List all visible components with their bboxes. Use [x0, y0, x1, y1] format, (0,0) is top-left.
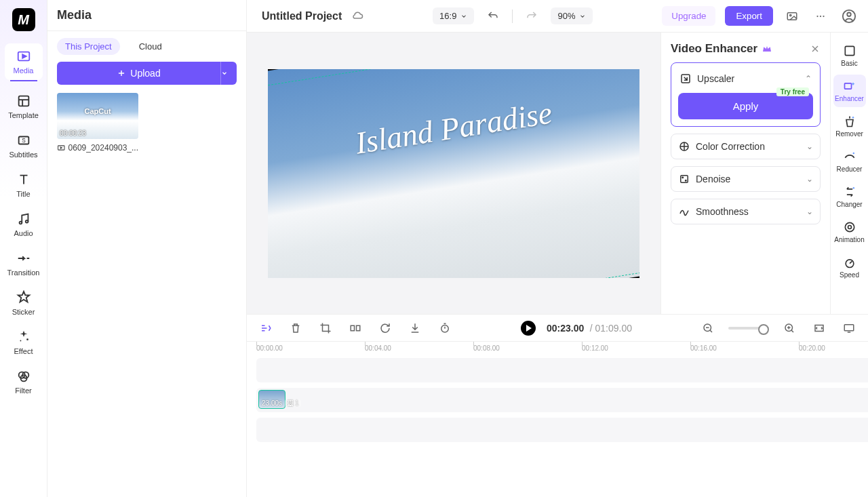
svg-rect-28 [845, 46, 854, 55]
zoom-slider[interactable] [728, 327, 769, 330]
svg-point-18 [816, 15, 818, 16]
apply-button[interactable]: Apply [678, 93, 813, 119]
nav-media[interactable]: Media [5, 43, 43, 80]
timer-icon [439, 322, 451, 334]
auto-select-button[interactable] [256, 319, 275, 338]
track-video[interactable]: ▶ 0609_20240903_210917.mp4 [256, 358, 868, 382]
smoothness-row[interactable]: Smoothness ⌄ [671, 199, 821, 224]
track-empty[interactable] [256, 418, 868, 442]
more-icon [814, 10, 827, 22]
denoise-row[interactable]: Denoise ⌄ [671, 166, 821, 192]
screenshot-button[interactable] [783, 7, 802, 26]
tab-cloud[interactable]: Cloud [131, 38, 170, 55]
tab-this-project[interactable]: This Project [57, 38, 120, 55]
svg-point-35 [846, 260, 854, 268]
play-button[interactable] [521, 321, 536, 336]
nav-effect-label: Effect [14, 347, 33, 355]
preview-stage[interactable]: Island Paradise [247, 33, 660, 314]
tool-basic[interactable]: Basic [833, 39, 866, 72]
fullscreen-button[interactable] [840, 319, 859, 338]
nav-template[interactable]: Template [5, 88, 43, 125]
plus-icon [117, 68, 126, 78]
selection-bounds[interactable] [268, 69, 639, 278]
image-clip-1[interactable]: 23.00s 🖼 1 [258, 390, 285, 409]
try-free-badge: Try free [776, 87, 809, 96]
split-icon [349, 322, 361, 334]
crop-icon [319, 322, 332, 334]
account-button[interactable] [840, 7, 859, 26]
nav-subtitles[interactable]: S Subtitles [5, 127, 43, 164]
right-tool-rail: Basic Enhancer Remover Reducer Changer A… [830, 33, 868, 314]
svg-point-31 [852, 153, 854, 155]
upload-button[interactable]: Upload [57, 62, 220, 85]
svg-point-30 [852, 117, 854, 119]
more-button[interactable] [811, 7, 830, 26]
canvas[interactable]: Island Paradise [268, 69, 639, 278]
zoom-out-button[interactable] [698, 319, 717, 338]
svg-rect-29 [844, 83, 851, 89]
color-icon [678, 140, 690, 153]
nav-title[interactable]: Title [5, 167, 43, 203]
upscaler-icon [679, 73, 692, 85]
smoothness-label: Smoothness [696, 206, 749, 217]
tool-animation[interactable]: Animation [833, 216, 866, 248]
upscaler-header[interactable]: Upscaler ⌃ [678, 70, 813, 87]
filter-icon [16, 369, 31, 384]
undo-button[interactable] [484, 7, 502, 26]
project-title[interactable]: Untitled Project [262, 10, 342, 22]
tool-remover[interactable]: Remover [833, 110, 866, 142]
delete-button[interactable] [286, 319, 305, 338]
nav-filter[interactable]: Filter [5, 363, 43, 400]
timer-button[interactable] [435, 319, 454, 338]
tool-speed[interactable]: Speed [833, 251, 866, 283]
clip-duration: 00:00:23 [60, 130, 86, 137]
chevron-down-icon [579, 13, 586, 20]
svg-point-27 [686, 180, 687, 182]
rotate-button[interactable] [376, 319, 395, 338]
fit-button[interactable] [810, 319, 829, 338]
trash-icon [290, 322, 302, 334]
upload-label: Upload [130, 68, 160, 79]
video-file-icon [57, 143, 66, 153]
timeline-toolbar: 00:23.00 / 01:09.00 [247, 314, 868, 341]
svg-point-17 [790, 14, 791, 16]
timeline[interactable]: 00:00.00 00:04.00 00:08.00 00:12.00 00:1… [247, 341, 868, 497]
split-button[interactable] [346, 319, 365, 338]
crop-button[interactable] [316, 319, 335, 338]
upload-dropdown[interactable] [220, 62, 237, 85]
svg-point-19 [820, 15, 821, 16]
svg-point-33 [845, 222, 854, 231]
aspect-ratio-selector[interactable]: 16:9 [433, 7, 474, 24]
nav-effect[interactable]: Effect [5, 324, 43, 361]
download-button[interactable] [406, 319, 425, 338]
nav-media-label: Media [14, 66, 34, 75]
color-correction-label: Color Correction [696, 141, 765, 152]
ruler-tick: 00:04.00 [365, 344, 391, 352]
media-icon [16, 49, 31, 64]
media-panel-title: Media [47, 0, 246, 31]
fullscreen-icon [843, 322, 855, 334]
close-panel-button[interactable] [810, 43, 821, 54]
tool-reducer[interactable]: Reducer [833, 145, 866, 178]
tool-changer[interactable]: Changer [833, 180, 866, 213]
cloud-sync-icon[interactable] [351, 10, 363, 22]
auto-icon [260, 322, 272, 334]
svg-point-9 [26, 338, 28, 340]
upgrade-button[interactable]: Upgrade [662, 6, 715, 26]
track-image[interactable]: 23.00s 🖼 1 23.00s 🖼 1 [256, 388, 868, 412]
nav-transition[interactable]: Transition [5, 245, 43, 282]
template-icon [16, 94, 31, 108]
zoom-selector[interactable]: 90% [551, 7, 593, 24]
nav-sticker[interactable]: Sticker [5, 285, 43, 321]
clip-filename: 0609_20240903_... [68, 143, 138, 153]
color-correction-row[interactable]: Color Correction ⌄ [671, 134, 821, 159]
smoothness-icon [678, 205, 690, 218]
upscaler-label: Upscaler [697, 73, 734, 84]
tool-enhancer[interactable]: Enhancer [833, 75, 866, 107]
zoom-in-button[interactable] [780, 319, 799, 338]
media-clip[interactable]: CapCut 00:00:23 0609_20240903_... [57, 93, 138, 153]
nav-audio[interactable]: Audio [5, 206, 43, 243]
export-button[interactable]: Export [725, 6, 773, 26]
animation-icon [843, 220, 856, 234]
redo-button[interactable] [522, 7, 541, 26]
